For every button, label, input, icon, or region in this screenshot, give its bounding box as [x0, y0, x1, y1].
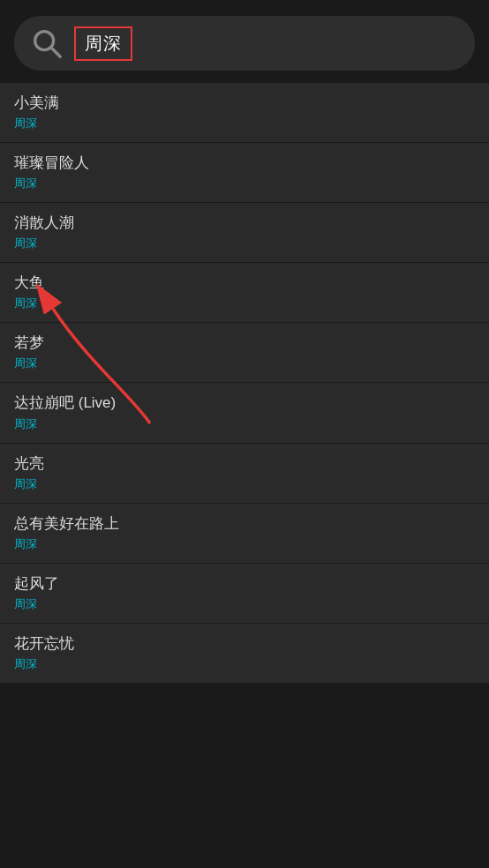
- song-title: 若梦: [14, 333, 475, 353]
- song-title: 璀璨冒险人: [14, 153, 475, 173]
- search-query-text: 周深: [85, 34, 122, 53]
- list-item[interactable]: 消散人潮周深: [0, 203, 489, 263]
- song-title: 光亮: [14, 454, 475, 474]
- search-query-box[interactable]: 周深: [74, 26, 132, 61]
- search-icon: [30, 26, 64, 60]
- song-artist: 周深: [14, 656, 475, 672]
- song-artist: 周深: [14, 596, 475, 612]
- song-list: 小美满周深璀璨冒险人周深消散人潮周深大鱼周深若梦周深达拉崩吧 (Live)周深光…: [0, 83, 489, 684]
- list-item[interactable]: 光亮周深: [0, 444, 489, 504]
- song-artist: 周深: [14, 416, 475, 432]
- song-title: 总有美好在路上: [14, 514, 475, 534]
- list-item[interactable]: 大鱼周深: [0, 263, 489, 323]
- search-bar[interactable]: 周深: [14, 16, 475, 71]
- song-title: 起风了: [14, 574, 475, 594]
- song-title: 大鱼: [14, 273, 475, 293]
- list-item[interactable]: 起风了周深: [0, 564, 489, 624]
- song-artist: 周深: [14, 236, 475, 251]
- song-title: 小美满: [14, 94, 475, 113]
- song-title: 花开忘忧: [14, 634, 475, 654]
- song-artist: 周深: [14, 176, 475, 191]
- song-artist: 周深: [14, 355, 475, 371]
- song-artist: 周深: [14, 476, 475, 492]
- list-item[interactable]: 若梦周深: [0, 323, 489, 383]
- list-item[interactable]: 达拉崩吧 (Live)周深: [0, 383, 489, 443]
- song-artist: 周深: [14, 296, 475, 311]
- list-item[interactable]: 璀璨冒险人周深: [0, 143, 489, 203]
- search-bar-section: 周深: [0, 0, 489, 83]
- song-title: 达拉崩吧 (Live): [14, 393, 475, 413]
- search-icon-wrapper: [28, 25, 65, 62]
- list-item[interactable]: 花开忘忧周深: [0, 624, 489, 684]
- song-title: 消散人潮: [14, 213, 475, 233]
- list-item[interactable]: 小美满周深: [0, 83, 489, 143]
- list-item[interactable]: 总有美好在路上周深: [0, 504, 489, 564]
- song-artist: 周深: [14, 536, 475, 552]
- song-artist: 周深: [14, 116, 475, 131]
- svg-line-1: [51, 48, 60, 56]
